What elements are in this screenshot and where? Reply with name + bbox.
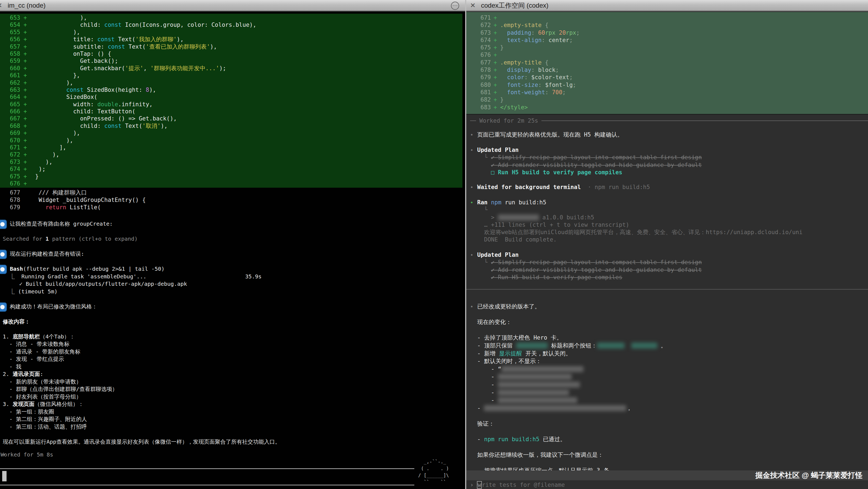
terminal-cursor[interactable] [2,471,6,481]
text-segment: Text( [125,43,146,50]
line: - 通讯录 - 带新的朋友角标 [0,348,465,356]
line: └ [466,206,868,214]
text-segment: onPressed: () => Get.back(), [32,115,177,122]
line: 677+.empty-title { [466,59,868,66]
text-segment: : [531,66,538,74]
line: - 第二组：兴趣圈子、附近的人 [0,416,465,423]
flutter-diff-view: 653+ ),654+ child: const Icon(Icons.grou… [0,14,462,188]
text-segment: ); [32,166,45,173]
line: - [466,396,868,404]
text-segment: - 新增 [477,350,499,357]
text-segment: npm run build:h5 [484,436,539,443]
prompt-input[interactable]: ›write tests for @filename [466,481,868,489]
diff-plus-marker: + [494,82,500,89]
line: 678+ display: block; [466,66,868,74]
flutter-code-context: 677 /// 构建群聊入口678 Widget _buildGroupChat… [0,189,462,211]
terminal-cursor[interactable]: w [477,481,482,489]
text-segment: const [104,21,122,28]
text-segment: 。 [657,342,666,349]
text-segment: ), [32,79,73,86]
text-segment: ), [161,122,167,129]
text-segment: - [477,436,484,443]
text-segment: .infinity, [118,101,153,108]
text-segment: - 群聊（点击弹出创建群聊/查看群聊选项） [3,386,118,392]
text-segment: Ran [477,199,488,206]
line-number: 672 [466,22,494,29]
close-icon[interactable]: ✕ [0,2,6,9]
text-segment: 欢迎将web站点部署到uniCloud前端网页托管平台，高速、免费、安全、省心、… [477,229,802,235]
diff-plus-marker: + [24,57,32,64]
text-segment: '取消' [143,122,161,129]
text-segment: rpx [566,29,576,37]
line-number: 677 [0,189,24,196]
line: - 新的朋友（带未读申请数） [0,378,465,386]
line-number: 683 [466,104,494,111]
line: 662+ ), [0,79,462,86]
redacted-blur [498,374,572,380]
text-segment: }, [32,72,80,79]
line-number: 675 [0,173,24,180]
text-segment: 60 [538,29,545,37]
worked-duration-label: Worked for 2m 25s [479,118,538,124]
text-segment: ⎿ Running Gradle task 'assembleDebug'...… [3,273,261,280]
line-number: 658 [0,50,24,57]
line: 673+ padding: 60rpx 20rpx; [466,29,868,37]
line: 修改内容： [0,318,465,326]
text-segment: npm [491,199,501,206]
line: 676+ [466,52,868,59]
text-segment: - “ [477,366,501,372]
line: Searched for 1 pattern (ctrl+o to expand… [0,235,465,243]
diff-plus-marker: + [494,96,500,103]
text-segment: Get.snackbar( [32,65,125,72]
text-segment: '我加入的群聊' [135,36,177,43]
pane-divider[interactable] [465,0,466,489]
line: 674+ text-align: center; [466,37,868,44]
bullet-icon: • [470,303,473,311]
left-pane-title: im_cc (node) [8,2,45,9]
line: - [466,373,868,381]
line-number: 678 [0,196,24,204]
line-number: 671 [466,14,494,22]
diff-plus-marker [24,196,32,204]
line: 665+ width: double.infinity, [0,101,462,108]
text-segment: child: TextButton( [32,108,135,115]
line: - npm run build:h5 已通过。 [466,435,868,444]
line: 667+ onPressed: () => Get.back(), [0,115,462,122]
text-segment: return [45,204,66,211]
text-segment: - 发现 - 带红点提示 [3,356,64,362]
line: 682+} [466,96,868,103]
text-segment: : [40,371,43,377]
text-segment: const [108,43,125,50]
line: 1. 底部导航栏（4个Tab）： [0,333,465,341]
line-number: 676 [466,52,494,59]
line: 661+ }, [0,72,462,79]
line: •Waited for background terminal · npm ru… [466,184,868,191]
text-segment: rpx [545,29,555,37]
line: 678 Widget _buildGroupChatEntry() { [0,196,462,204]
line-number: 674 [466,37,494,44]
diff-plus-marker: + [24,158,32,166]
ellipsis-menu-icon[interactable]: ⋯ [451,2,459,10]
text-segment: ✔ Add reminder visibility toggle and hid… [491,267,702,273]
diff-plus-marker: + [24,29,32,36]
text-segment [488,199,491,206]
line: - [466,381,868,389]
close-icon[interactable]: ✕ [470,2,479,9]
robot-ascii-art: _,-``-._ ( . . ) / [______]\ `` `` [418,458,449,486]
text-segment: subtitle: [32,43,108,50]
line-number: 669 [0,129,24,137]
line: 668+ child: const Text('取消'), [0,122,462,129]
diff-plus-marker: + [24,50,32,57]
line [0,228,465,235]
text-segment: ), [210,43,217,50]
diff-plus-marker: + [24,21,32,28]
text-segment: ], [32,144,66,151]
line: 677 /// 构建群聊入口 [0,189,462,196]
diff-plus-marker: + [24,137,32,144]
line [466,326,868,334]
right-terminal-pane: ✕ codex工作空间 (codex) 671+672+.empty-state… [466,0,868,489]
divider-rule [541,121,868,121]
left-titlebar: ✕ im_cc (node) ⋯ [0,0,465,11]
line-number: 679 [0,204,24,211]
diff-plus-marker: + [24,108,32,115]
